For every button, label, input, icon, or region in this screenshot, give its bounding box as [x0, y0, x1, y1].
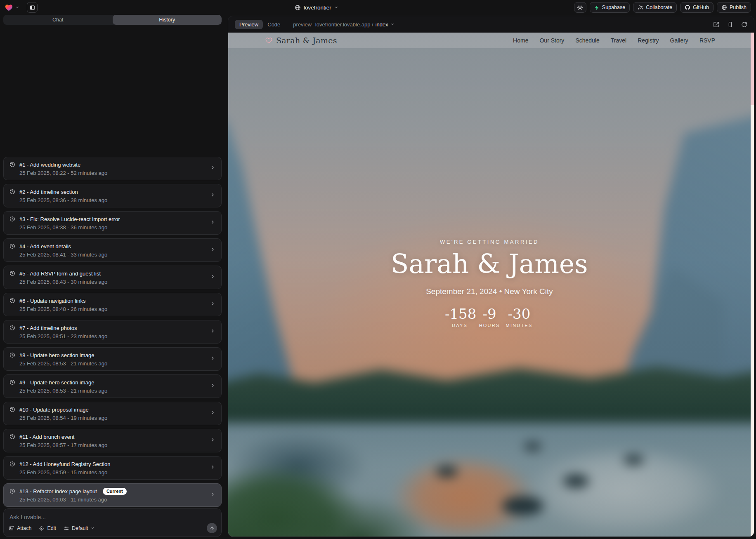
edit-target-icon — [39, 525, 45, 531]
history-item-title: #6 - Update navigation links — [19, 298, 85, 304]
site-nav-link[interactable]: Home — [513, 37, 528, 44]
history-list-item[interactable]: #9 - Update hero section image 25 Feb 20… — [3, 374, 222, 398]
chevron-right-icon[interactable] — [210, 192, 215, 198]
history-list-item[interactable]: #2 - Add timeline section 25 Feb 2025, 0… — [3, 184, 222, 207]
history-item-timestamp: 25 Feb 2025, 08:48 - 26 minutes ago — [19, 306, 215, 312]
sliders-icon — [64, 525, 69, 531]
chevron-right-icon[interactable] — [210, 464, 215, 470]
smartphone-icon[interactable] — [727, 21, 733, 28]
gear-icon — [577, 5, 583, 11]
tab-code[interactable]: Code — [263, 20, 285, 29]
chevron-right-icon[interactable] — [210, 247, 215, 252]
history-list-item[interactable]: #11 - Add brunch event 25 Feb 2025, 08:5… — [3, 429, 222, 452]
supabase-label: Supabase — [602, 5, 625, 10]
site-header: Sarah & James HomeOur StoryScheduleTrave… — [228, 33, 751, 48]
history-list-item[interactable]: #13 - Refactor index page layout Current… — [3, 483, 222, 507]
attach-label: Attach — [17, 525, 31, 531]
history-item-timestamp: 25 Feb 2025, 08:53 - 21 minutes ago — [19, 360, 215, 367]
history-icon — [9, 379, 15, 385]
history-item-timestamp: 25 Feb 2025, 08:43 - 30 minutes ago — [19, 279, 215, 285]
attach-image-icon — [9, 525, 14, 531]
site-logo[interactable]: Sarah & James — [265, 36, 337, 45]
publish-button[interactable]: Publish — [717, 2, 751, 13]
history-list-item[interactable]: #8 - Update hero section image 25 Feb 20… — [3, 347, 222, 371]
history-list-item[interactable]: #5 - Add RSVP form and guest list 25 Feb… — [3, 266, 222, 289]
chevron-right-icon[interactable] — [210, 328, 215, 334]
history-icon — [9, 407, 15, 412]
history-item-title: #9 - Update hero section image — [19, 379, 94, 386]
history-list-item[interactable]: #7 - Add timeline photos 25 Feb 2025, 08… — [3, 320, 222, 344]
sidebar-tabs: Chat History — [3, 15, 222, 25]
history-item-timestamp: 25 Feb 2025, 09:03 - 11 minutes ago — [19, 497, 215, 503]
current-badge: Current — [103, 488, 127, 495]
history-item-title: #3 - Fix: Resolve Lucide-react import er… — [19, 216, 120, 222]
tab-preview[interactable]: Preview — [235, 20, 263, 29]
site-nav-link[interactable]: Schedule — [575, 37, 599, 44]
history-item-title: #8 - Update hero section image — [19, 352, 94, 358]
chevron-right-icon[interactable] — [210, 410, 215, 415]
countdown: -158 DAYS -9 HOURS -30 MINUTES — [228, 307, 751, 328]
preview-toolbar: Preview Code preview--lovefrontier.lovab… — [228, 16, 754, 33]
chevron-right-icon[interactable] — [210, 165, 215, 170]
site-scrollbar-track[interactable] — [751, 33, 754, 537]
tab-chat[interactable]: Chat — [3, 15, 113, 25]
project-selector[interactable]: lovefrontier — [295, 2, 338, 13]
ask-lovable-input[interactable] — [9, 514, 216, 520]
countdown-value: -9 — [475, 307, 504, 321]
sidebar-toggle-button[interactable] — [27, 2, 38, 13]
github-button[interactable]: GitHub — [680, 2, 713, 13]
mode-select[interactable]: Default — [64, 525, 94, 531]
history-item-timestamp: 25 Feb 2025, 08:57 - 17 minutes ago — [19, 442, 215, 448]
history-list-item[interactable]: #12 - Add Honeyfund Registry Section 25 … — [3, 456, 222, 480]
history-item-row: #2 - Add timeline section — [9, 188, 215, 196]
history-icon — [9, 434, 15, 440]
history-item-row: #4 - Add event details — [9, 242, 215, 250]
chevron-right-icon[interactable] — [210, 219, 215, 225]
chevron-right-icon[interactable] — [210, 492, 215, 497]
history-list-item[interactable]: #6 - Update navigation links 25 Feb 2025… — [3, 293, 222, 316]
site-nav-link[interactable]: Travel — [611, 37, 626, 44]
countdown-value: -158 — [445, 307, 475, 321]
history-icon — [9, 243, 15, 249]
history-item-timestamp: 25 Feb 2025, 08:38 - 36 minutes ago — [19, 224, 215, 231]
site-nav-link[interactable]: RSVP — [699, 37, 715, 44]
chevron-right-icon[interactable] — [210, 355, 215, 361]
history-item-row: #1 - Add wedding website — [9, 160, 215, 169]
history-icon — [9, 488, 15, 494]
history-item-title: #5 - Add RSVP form and guest list — [19, 271, 101, 277]
history-list-item[interactable]: #3 - Fix: Resolve Lucide-react import er… — [3, 211, 222, 235]
chevron-right-icon[interactable] — [210, 437, 215, 442]
attach-button[interactable]: Attach — [9, 525, 31, 531]
history-item-timestamp: 25 Feb 2025, 08:59 - 15 minutes ago — [19, 469, 215, 475]
site-viewport: Sarah & James HomeOur StoryScheduleTrave… — [228, 33, 754, 537]
preview-actions — [713, 21, 747, 28]
settings-button[interactable] — [574, 2, 586, 13]
publish-globe-icon — [721, 5, 727, 10]
collaborate-button[interactable]: Collaborate — [633, 2, 677, 13]
refresh-icon[interactable] — [741, 21, 747, 28]
history-list-item[interactable]: #4 - Add event details 25 Feb 2025, 08:4… — [3, 238, 222, 262]
tab-history[interactable]: History — [113, 15, 222, 25]
site-nav-link[interactable]: Registry — [638, 37, 659, 44]
history-icon — [9, 298, 15, 304]
history-list-item[interactable]: #1 - Add wedding website 25 Feb 2025, 08… — [3, 157, 222, 180]
chevron-right-icon[interactable] — [210, 301, 215, 306]
site-scrollbar-thumb[interactable] — [751, 33, 754, 105]
site-nav-link[interactable]: Our Story — [539, 37, 564, 44]
history-list-item[interactable]: #10 - Update proposal image 25 Feb 2025,… — [3, 402, 222, 425]
composer-toolbar: Attach Edit Default — [9, 523, 217, 533]
chevron-right-icon[interactable] — [210, 383, 215, 388]
chevron-right-icon[interactable] — [210, 274, 215, 279]
history-item-row: #9 - Update hero section image — [9, 378, 215, 386]
history-item-row: #13 - Refactor index page layout Current — [9, 487, 215, 495]
chevron-down-icon — [91, 526, 94, 530]
history-item-timestamp: 25 Feb 2025, 08:54 - 19 minutes ago — [19, 415, 215, 421]
preview-url[interactable]: preview--lovefrontier.lovable.app / inde… — [293, 21, 394, 28]
lovable-heart-icon[interactable] — [5, 4, 13, 11]
send-button[interactable] — [207, 523, 217, 533]
supabase-button[interactable]: Supabase — [590, 2, 630, 13]
external-link-icon[interactable] — [713, 21, 719, 28]
edit-button[interactable]: Edit — [39, 525, 56, 531]
site-nav-link[interactable]: Gallery — [670, 37, 688, 44]
chevron-down-icon[interactable] — [15, 5, 19, 9]
